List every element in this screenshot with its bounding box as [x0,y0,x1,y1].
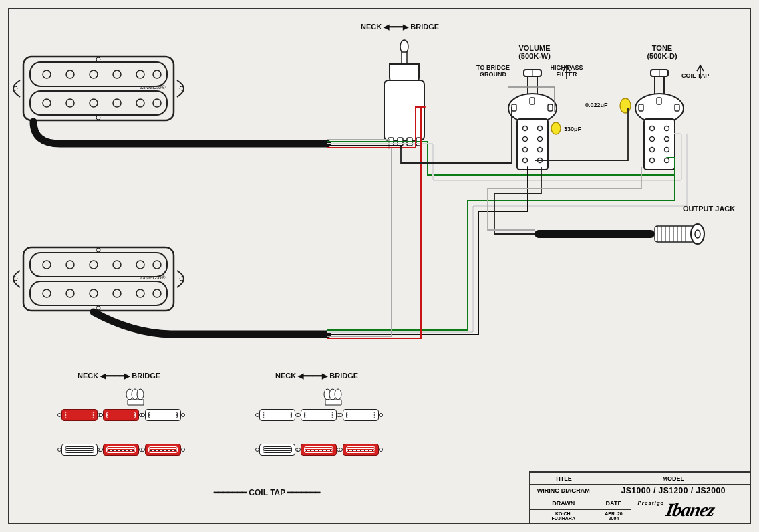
brand-sub: Prestige [638,500,665,506]
hpf-label: HIGH PASS FILTER [548,64,585,78]
tb-title-v: WIRING DIAGRAM [530,485,597,497]
cap-330pf [551,122,561,134]
brand-logo: Ibanez [665,499,716,521]
legend-dir-2: NECK ◀━━━━▶ BRIDGE [275,372,358,380]
tb-model-v: JS1000 / JS1200 / JS2000 [597,485,750,497]
tone-label: TONE(500K-D) [645,44,679,60]
bridge-pickup [13,247,184,311]
selector-switch [384,40,424,146]
neck-cable [33,122,327,144]
volume-label: VOLUME(500K-W) [514,44,555,60]
cap-022-label: 0.022uF [585,102,608,108]
tb-title-h: TITLE [530,473,597,485]
legend-switch-2 [324,389,341,405]
legend-dir-1: NECK ◀━━━━▶ BRIDGE [78,372,160,380]
output-jack [535,224,704,244]
coil-tap-label: COIL TAP [681,72,709,79]
tb-date-v: APR. 20 2004 [597,509,631,523]
tb-drawn-h: DRAWN [530,497,597,510]
legend-switch-1 [126,389,144,405]
volume-pot [508,70,557,170]
tb-drawn-v: KOICHI FUJIHARA [530,509,597,523]
cap-330-label: 330pF [564,126,581,132]
coil-legend-right [258,408,380,460]
tb-date-h: DATE [597,497,631,510]
title-block: TITLE MODEL WIRING DIAGRAM JS1000 / JS12… [529,471,751,524]
tb-model-h: MODEL [597,473,750,485]
tone-pot [635,70,684,170]
bridge-cable [94,312,327,334]
coil-legend-left [60,408,182,460]
switch-direction-label: NECK ◀━━━▶ BRIDGE [361,23,439,31]
neck-pickup [13,57,184,120]
cap-022uf [620,98,631,113]
to-bridge-ground-label: TO BRIDGE GROUND [474,64,512,78]
output-jack-label: OUTPUT JACK [683,205,735,213]
coil-tap-legend-label: ━━━━━━━ COIL TAP ━━━━━━━ [214,488,320,497]
